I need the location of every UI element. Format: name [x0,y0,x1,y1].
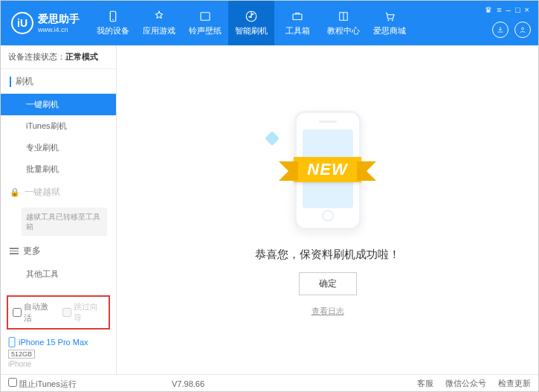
connection-status: 设备连接状态：正常模式 [1,45,116,69]
sidebar-item-firmware[interactable]: 下载固件 [1,285,116,291]
nav-toolbox[interactable]: 工具箱 [274,1,320,45]
group-label: 刷机 [16,75,33,88]
logo-area: iU 爱思助手 www.i4.cn [1,12,90,34]
menu-icon[interactable]: ≡ [497,5,501,15]
success-illustration: NEW [254,103,402,237]
sidebar-item-other[interactable]: 其他工具 [1,263,116,285]
group-jailbreak: 🔒一键越狱 [1,180,116,205]
wallpaper-icon [199,10,212,23]
svg-point-6 [392,19,393,21]
device-info: iPhone 15 Pro Max 512GB iPhone [1,334,116,374]
ok-button[interactable]: 确定 [299,272,357,295]
phone-icon [8,337,16,347]
group-flash[interactable]: 刷机 [1,69,116,94]
nav-label: 铃声壁纸 [189,25,222,36]
footer-link-support[interactable]: 客服 [417,378,433,389]
device-name[interactable]: iPhone 15 Pro Max [8,337,109,347]
sidebar-menu: 刷机 一键刷机 iTunes刷机 专业刷机 批量刷机 🔒一键越狱 越狱工具已转移… [1,69,116,291]
toolbox-icon [291,10,304,23]
ribbon-text: NEW [294,157,361,182]
app-header: iU 爱思助手 www.i4.cn 我的设备 应用游戏 铃声壁纸 智能刷机 工具… [1,1,538,45]
logo-text: 爱思助手 www.i4.cn [38,13,80,33]
nav-label: 工具箱 [285,25,310,36]
nav-tutorials[interactable]: 教程中心 [320,1,367,45]
sidebar-item-batch[interactable]: 批量刷机 [1,158,116,180]
checkbox-label: 自动激活 [24,301,55,324]
svg-rect-8 [9,337,15,347]
app-title: 爱思助手 [38,13,80,26]
sidebar-item-itunes[interactable]: iTunes刷机 [1,115,116,137]
hamburger-icon [10,246,19,256]
nav-label: 教程中心 [327,25,360,36]
device-storage: 512GB [8,350,35,359]
options-highlight: 自动激活 跳过向导 [7,295,110,330]
version-label: V7.98.66 [172,379,204,388]
conn-value: 正常模式 [65,52,98,61]
status-bar: 阻止iTunes运行 V7.98.66 客服 微信公众号 检查更新 [1,374,538,392]
nav-label: 我的设备 [97,25,129,36]
nav-store[interactable]: 爱思商城 [367,1,413,45]
lock-icon: 🔒 [10,187,20,197]
new-ribbon: NEW [254,157,402,182]
svg-rect-2 [201,13,210,21]
svg-point-5 [388,19,390,21]
checkbox-label: 跳过向导 [74,301,105,324]
footer-link-update[interactable]: 检查更新 [498,378,531,389]
auto-activate-checkbox[interactable]: 自动激活 [13,301,55,324]
device-type: iPhone [8,360,109,368]
jailbreak-note: 越狱工具已转移至工具箱 [22,208,107,236]
success-message: 恭喜您，保资料刷机成功啦！ [255,248,400,262]
conn-label: 设备连接状态： [8,52,65,61]
sidebar: 设备连接状态：正常模式 刷机 一键刷机 iTunes刷机 专业刷机 批量刷机 🔒… [1,45,117,374]
gift-icon[interactable]: ♛ [485,5,492,15]
nav-apps[interactable]: 应用游戏 [136,1,182,45]
close-button[interactable]: × [525,5,529,15]
checkbox-label: 阻止iTunes运行 [19,379,77,388]
block-itunes-checkbox[interactable]: 阻止iTunes运行 [8,378,77,390]
group-more[interactable]: 更多 [1,239,116,263]
cart-icon [383,10,396,23]
sparkle-icon [265,131,280,146]
apps-icon [152,10,166,23]
app-url: www.i4.cn [38,26,80,33]
nav-ringtones[interactable]: 铃声壁纸 [182,1,228,45]
nav-flash[interactable]: 智能刷机 [228,1,274,45]
sidebar-item-pro[interactable]: 专业刷机 [1,137,116,158]
group-label: 一键越狱 [25,186,60,199]
main-content: NEW 恭喜您，保资料刷机成功啦！ 确定 查看日志 [117,45,538,374]
nav-label: 智能刷机 [235,25,268,36]
footer-link-wechat[interactable]: 微信公众号 [445,378,486,389]
svg-rect-4 [293,14,302,20]
window-controls: ♛ ≡ – □ × [485,5,532,15]
skip-setup-checkbox[interactable]: 跳过向导 [62,301,105,324]
view-log-link[interactable]: 查看日志 [312,306,344,317]
nav-my-device[interactable]: 我的设备 [90,1,136,45]
svg-point-7 [522,28,524,30]
user-button[interactable] [514,22,531,38]
group-label: 更多 [23,245,41,257]
book-icon [337,10,350,23]
device-name-text: iPhone 15 Pro Max [19,338,88,347]
nav-label: 爱思商城 [373,25,406,36]
nav-label: 应用游戏 [143,25,175,36]
logo-icon: iU [11,12,33,34]
top-nav: 我的设备 应用游戏 铃声壁纸 智能刷机 工具箱 教程中心 爱思商城 [90,1,413,45]
sidebar-item-oneclick[interactable]: 一键刷机 [1,94,116,115]
minimize-button[interactable]: – [506,5,511,15]
svg-point-1 [112,19,114,21]
flash-icon [245,10,258,23]
device-icon [106,10,120,23]
download-button[interactable] [492,22,509,38]
maximize-button[interactable]: □ [515,5,520,15]
